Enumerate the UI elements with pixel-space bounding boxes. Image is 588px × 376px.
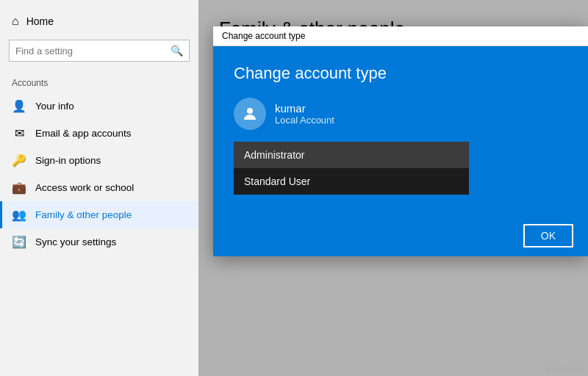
account-type-dropdown[interactable]: Administrator Standard User <box>234 142 469 195</box>
modal-overlay: Change account type Change account type … <box>198 0 588 376</box>
modal-titlebar: Change account type <box>213 26 588 46</box>
sidebar-section-label: Accounts <box>0 68 198 93</box>
sidebar-item-label: Sync your settings <box>35 236 116 247</box>
home-icon: ⌂ <box>12 15 19 28</box>
search-box: 🔍 <box>9 40 190 62</box>
sidebar-item-your-info[interactable]: 👤 Your info <box>0 93 198 120</box>
main-content: Family & other people Your family + kuma… <box>198 0 588 376</box>
sidebar-item-family[interactable]: 👥 Family & other people <box>0 201 198 228</box>
search-input[interactable] <box>10 41 165 61</box>
ok-button[interactable]: OK <box>523 224 573 247</box>
sidebar-item-sync[interactable]: 🔄 Sync your settings <box>0 228 198 256</box>
modal-user-subtype: Local Account <box>275 115 334 126</box>
watermark: wsxdn.com <box>547 365 584 373</box>
sidebar-item-label: Access work or school <box>35 182 134 193</box>
sign-in-icon: 🔑 <box>12 153 26 167</box>
sidebar-home-label: Home <box>26 15 54 27</box>
sidebar: ⌂ Home 🔍 Accounts 👤 Your info ✉ Email & … <box>0 0 198 376</box>
family-icon: 👥 <box>12 208 26 222</box>
sidebar-item-work-school[interactable]: 💼 Access work or school <box>0 174 198 201</box>
sidebar-item-email-app[interactable]: ✉ Email & app accounts <box>0 120 198 147</box>
your-info-icon: 👤 <box>12 99 26 113</box>
dropdown-item-administrator[interactable]: Administrator <box>234 142 469 168</box>
sidebar-item-label: Email & app accounts <box>35 128 132 139</box>
search-icon: 🔍 <box>165 40 189 61</box>
modal-user-name: kumar <box>275 102 334 115</box>
sidebar-item-sign-in[interactable]: 🔑 Sign-in options <box>0 147 198 174</box>
modal-avatar <box>234 98 266 130</box>
sidebar-item-label: Your info <box>35 101 74 112</box>
modal-user-row: kumar Local Account <box>234 98 567 130</box>
svg-point-1 <box>247 108 253 114</box>
modal-body: Change account type kumar Local Account … <box>213 46 588 215</box>
modal-user-info: kumar Local Account <box>275 102 334 126</box>
sidebar-item-label: Family & other people <box>35 209 132 220</box>
modal-window: Change account type Change account type … <box>213 26 588 256</box>
sync-icon: 🔄 <box>12 235 26 249</box>
sidebar-item-label: Sign-in options <box>35 155 101 166</box>
dropdown-item-standard-user[interactable]: Standard User <box>234 168 469 195</box>
email-icon: ✉ <box>12 126 26 140</box>
sidebar-home-button[interactable]: ⌂ Home <box>0 9 198 34</box>
modal-title: Change account type <box>234 64 567 83</box>
modal-footer: OK <box>213 215 588 256</box>
work-icon: 💼 <box>12 181 26 195</box>
